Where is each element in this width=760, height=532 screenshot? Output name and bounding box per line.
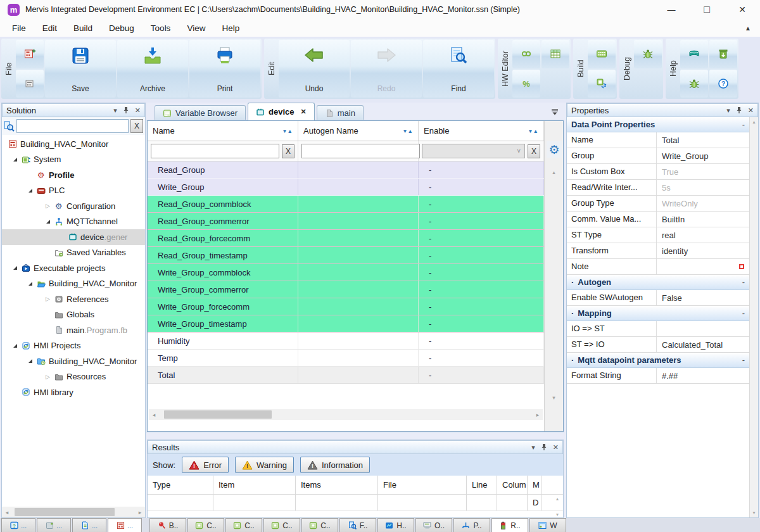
help-report-bug-button[interactable] — [680, 70, 708, 98]
datapoint-row-read_group[interactable]: Read_Group- — [148, 162, 544, 179]
datapoint-row-read_group_commerror[interactable]: Read_Group_commerror- — [148, 213, 544, 230]
tree-item-plc[interactable]: PLC — [2, 183, 145, 199]
tool-tab-f[interactable]: F.. — [339, 518, 376, 532]
grid-settings-gear-icon[interactable]: ⚙ — [547, 141, 562, 158]
property-value[interactable]: identity — [657, 243, 749, 258]
tree-item-hmi-projects[interactable]: HMI Projects — [2, 338, 145, 354]
properties-menu-icon[interactable]: ▾ — [726, 107, 730, 114]
property-row-name[interactable]: NameTotal — [567, 132, 749, 148]
property-value[interactable] — [657, 259, 749, 274]
menu-edit[interactable]: Edit — [34, 21, 65, 35]
scroll-up-icon[interactable]: ▴ — [556, 496, 559, 502]
datapoint-row-write_group_commblock[interactable]: Write_Group_commblock- — [148, 264, 544, 281]
results-col-file[interactable]: File — [378, 476, 467, 494]
scroll-up-icon[interactable]: ▴ — [545, 169, 563, 175]
collapse-ribbon-icon[interactable]: ▲ — [745, 25, 751, 32]
property-row-st-io[interactable]: ST => IOCalculated_Total — [567, 337, 749, 353]
enable-filter-dropdown[interactable]: ˅ — [422, 144, 525, 158]
property-row-enable-swautogen[interactable]: Enable SWAutogenFalse — [567, 290, 749, 306]
property-value[interactable]: Total — [657, 132, 749, 148]
scroll-up-icon[interactable]: ▴ — [750, 119, 758, 125]
menu-help[interactable]: Help — [213, 21, 248, 35]
tool-tab-b[interactable]: B.. — [149, 518, 186, 532]
archive-button[interactable]: Archive — [117, 40, 188, 98]
grid-hscrollbar[interactable]: ◂ ▸ — [149, 409, 543, 420]
property-value[interactable] — [657, 321, 749, 336]
new-solution-button[interactable] — [16, 40, 44, 68]
grid-vscrollbar[interactable]: ⚙ ▴ ▾ — [544, 121, 563, 431]
results-close-icon[interactable]: ✕ — [553, 444, 559, 451]
property-section-mapping[interactable]: ·Mapping- — [567, 306, 749, 321]
tree-item-hmi-library[interactable]: HMI library — [2, 384, 145, 400]
expander-closed-icon[interactable]: ▷ — [42, 203, 53, 209]
section-collapse-icon[interactable]: - — [742, 308, 745, 318]
expander-closed-icon[interactable]: ▷ — [42, 374, 53, 380]
tab-list-icon[interactable] — [551, 108, 559, 115]
minimize-button[interactable]: — — [654, 0, 689, 19]
property-value[interactable]: 5s — [657, 180, 749, 195]
tree-item-resources[interactable]: ▷Resources — [2, 369, 145, 385]
property-value[interactable]: True — [657, 164, 749, 179]
datapoint-row-temp[interactable]: Temp- — [148, 350, 544, 367]
property-value[interactable]: Write_Group — [657, 148, 749, 163]
menu-build[interactable]: Build — [65, 21, 101, 35]
help-about-button[interactable]: ? — [709, 70, 737, 98]
property-row-comm-value-ma-[interactable]: Comm. Value Ma...BuiltIn — [567, 212, 749, 227]
tree-item-mqttchannel[interactable]: MQTTchannel — [2, 214, 145, 230]
results-col-m[interactable]: M — [528, 476, 542, 494]
solution-search-clear-button[interactable]: X — [130, 119, 143, 133]
solution-search-input[interactable] — [16, 119, 129, 133]
tree-item-building-hvac-monitor[interactable]: Building_HVAC_Monitor — [2, 276, 145, 292]
help-update-button[interactable] — [709, 40, 737, 68]
section-collapse-icon[interactable]: - — [742, 120, 745, 129]
results-menu-icon[interactable]: ▾ — [531, 444, 535, 451]
expander-open-icon[interactable] — [42, 220, 53, 224]
scroll-down-icon[interactable]: ▾ — [750, 510, 758, 516]
property-row-format-string[interactable]: Format String#.## — [567, 368, 749, 384]
property-value[interactable]: BuiltIn — [657, 212, 749, 227]
menu-debug[interactable]: Debug — [101, 21, 142, 35]
tree-item-profile[interactable]: ⚙Profile — [2, 167, 145, 183]
results-col-colum[interactable]: Colum — [497, 476, 528, 494]
tool-tab-r[interactable]: R.. — [491, 518, 528, 532]
property-row-transform[interactable]: Transformidentity — [567, 243, 749, 259]
redo-button[interactable]: Redo — [351, 40, 422, 98]
datapoint-row-read_group_commblock[interactable]: Read_Group_commblock- — [148, 196, 544, 213]
property-section-data-point-properties[interactable]: Data Point Properties- — [567, 117, 749, 132]
solution-close-icon[interactable]: ✕ — [135, 107, 141, 114]
tab-variable-browser[interactable]: Variable Browser — [155, 105, 246, 120]
datapoint-row-read_group_timestamp[interactable]: Read_Group_timestamp- — [148, 247, 544, 264]
results-col-line[interactable]: Line — [467, 476, 497, 494]
filter-warning-button[interactable]: ! Warning — [235, 457, 294, 473]
tool-tab-h[interactable]: H.. — [377, 518, 414, 532]
save-button[interactable]: Save — [45, 40, 116, 98]
sort-icons[interactable]: ▼▲ — [402, 128, 413, 134]
property-row-st-type[interactable]: ST Typereal — [567, 227, 749, 243]
solution-hscrollbar[interactable]: ◂ ▸ — [2, 507, 145, 517]
property-row-group[interactable]: GroupWrite_Group — [567, 148, 749, 164]
help-docs-button[interactable] — [680, 40, 708, 68]
expander-open-icon[interactable] — [25, 359, 35, 363]
results-col-items[interactable]: Items — [296, 476, 378, 494]
datapoint-row-write_group_timestamp[interactable]: Write_Group_timestamp- — [148, 315, 544, 332]
tab-main[interactable]: main — [317, 105, 364, 120]
tree-item-references[interactable]: ▷References — [2, 291, 145, 307]
properties-pin-icon[interactable] — [736, 106, 742, 114]
expander-open-icon[interactable] — [10, 344, 20, 348]
open-solution-button[interactable] — [16, 70, 44, 98]
datapoint-row-humidity[interactable]: Humidity- — [148, 332, 544, 350]
datapoint-row-write_group_commerror[interactable]: Write_Group_commerror- — [148, 281, 544, 298]
scroll-left-icon[interactable]: ◂ — [2, 509, 12, 516]
filter-error-button[interactable]: ! Error — [182, 457, 229, 473]
column-header-name[interactable]: Name ▼▲ — [148, 121, 298, 141]
tool-tab-w[interactable]: W — [529, 518, 566, 532]
expander-open-icon[interactable] — [25, 282, 35, 286]
results-pin-icon[interactable] — [541, 443, 547, 451]
results-col-type[interactable]: Type — [148, 476, 213, 494]
name-filter-input[interactable] — [151, 144, 279, 158]
datapoint-row-total[interactable]: Total- — [148, 367, 544, 384]
menu-view[interactable]: View — [179, 21, 213, 35]
property-section-mqtt-datapoint-parameters[interactable]: ·Mqtt datapoint parameters- — [567, 353, 749, 368]
scroll-right-icon[interactable]: ▸ — [135, 509, 145, 516]
property-row-is-custom-box[interactable]: Is Custom BoxTrue — [567, 164, 749, 180]
